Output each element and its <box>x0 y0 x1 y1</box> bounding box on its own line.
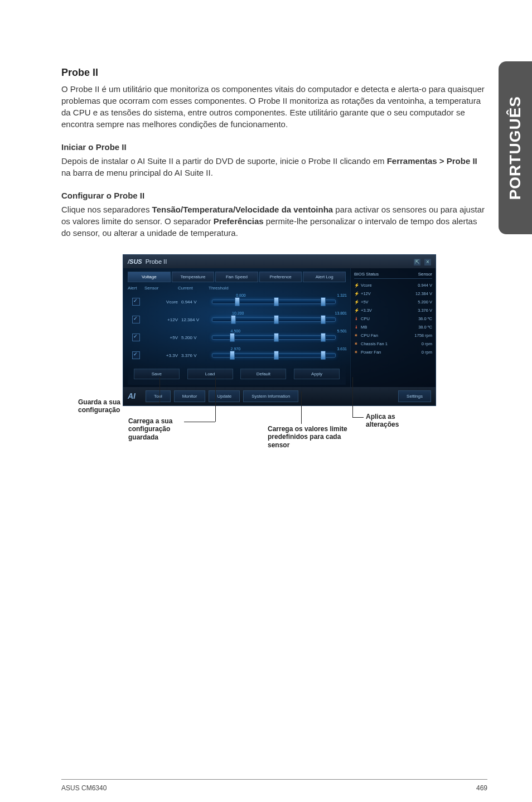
close-icon[interactable]: × <box>424 259 431 265</box>
status-name: Chassis Fan 1 <box>361 341 388 346</box>
alert-checkbox[interactable] <box>128 334 144 341</box>
col-sensor: Sensor <box>144 286 178 291</box>
tab-voltage[interactable]: Voltage <box>128 272 171 282</box>
status-icon: ⚡ <box>354 291 359 296</box>
tab-pref: Preferências <box>214 216 264 226</box>
tab-alert-log[interactable]: Alert Log <box>303 272 346 282</box>
status-value: 38.0 ºC <box>418 325 432 330</box>
footer-tool[interactable]: Tool <box>146 390 171 402</box>
threshold-slider[interactable]: 2.9703.631 <box>212 353 346 357</box>
alert-checkbox[interactable] <box>128 351 144 359</box>
status-row: 🌡MB38.0 ºC <box>354 323 432 331</box>
status-row: ⚡+5V5.200 V <box>354 298 432 306</box>
col-current: Current <box>178 286 209 291</box>
status-icon: ✷ <box>354 341 359 346</box>
alert-checkbox[interactable] <box>128 316 144 323</box>
callout-save: Guarda a sua configuração <box>78 398 142 414</box>
load-button[interactable]: Load <box>187 369 233 379</box>
status-panel: BIOS Status Sensor ⚡Vcore0.944 V⚡+12V12.… <box>350 268 436 387</box>
sensor-value: 0.944 V <box>181 299 212 305</box>
status-value: 1758 rpm <box>414 333 432 338</box>
window-title: Probe II <box>146 258 167 265</box>
threshold-slider[interactable]: 4.5005.501 <box>212 335 346 340</box>
status-icon: ✷ <box>354 333 359 338</box>
footer-bar: AI Tool Monitor Update System Informatio… <box>123 387 436 405</box>
callout-default: Carrega os valores limite predefinidos p… <box>268 425 357 449</box>
status-row: ⚡+3.3V3.376 V <box>354 306 432 315</box>
status-icon: 🌡 <box>354 325 359 330</box>
section-title-probe: Probe II <box>61 67 487 79</box>
threshold-slider[interactable]: 0.8001.321 <box>212 299 346 304</box>
section-body-probe: O Probe II é um utilitário que monitoriz… <box>61 83 487 130</box>
callout-load: Carrega a sua configuração guardada <box>128 417 190 441</box>
status-name: +12V <box>361 291 371 296</box>
sensor-value: 3.376 V <box>181 353 212 358</box>
status-icon: 🌡 <box>354 316 359 321</box>
status-value: 0.944 V <box>418 283 432 288</box>
status-value: 0 rpm <box>422 341 432 346</box>
tab-fan-speed[interactable]: Fan Speed <box>215 272 258 282</box>
status-name: +5V <box>361 299 369 305</box>
body-config: Clique nos separadores Tensão/Temperatur… <box>61 204 487 239</box>
status-row: ⚡Vcore0.944 V <box>354 281 432 289</box>
col-threshold: Threshold <box>209 286 346 291</box>
brand-logo: /SUS <box>128 258 142 265</box>
footer-settings[interactable]: Settings <box>398 390 431 402</box>
status-row: ✷Chassis Fan 10 rpm <box>354 340 432 348</box>
status-icon: ⚡ <box>354 299 359 305</box>
tab-temperature[interactable]: Temperature <box>172 272 215 282</box>
titlebar: /SUS Probe II ⇱ × <box>123 255 436 268</box>
status-head-right: Sensor <box>418 272 432 277</box>
sensor-name: +3.3V <box>144 353 181 358</box>
status-icon: ⚡ <box>354 283 359 288</box>
status-icon: ✷ <box>354 350 359 355</box>
apply-button[interactable]: Apply <box>294 369 340 379</box>
status-name: CPU Fan <box>361 333 378 338</box>
language-tab: PORTUGUÊS <box>499 61 532 234</box>
footer-model: ASUS CM6340 <box>61 784 107 792</box>
footer-update[interactable]: Update <box>209 390 240 402</box>
footer-page: 469 <box>476 784 487 792</box>
sensor-value: 5.200 V <box>181 335 212 340</box>
sensor-name: +12V <box>144 317 181 322</box>
sensor-name: +5V <box>144 335 181 340</box>
status-name: MB <box>361 325 367 330</box>
tabs-name: Tensão/Temperatura/Velocidade da ventoin… <box>152 205 333 214</box>
status-name: +3.3V <box>361 308 372 313</box>
status-row: ⚡+12V12.384 V <box>354 289 432 298</box>
status-name: Vcore <box>361 283 372 288</box>
text: Clique nos separadores <box>61 205 152 214</box>
subhead-config: Configurar o Probe II <box>61 191 487 200</box>
status-value: 0 rpm <box>422 350 432 355</box>
footer-sysinfo[interactable]: System Information <box>243 390 298 402</box>
sensor-row: +3.3V3.376 V2.9703.631 <box>128 346 346 364</box>
probe-window: /SUS Probe II ⇱ × Voltage Temperature Fa… <box>123 254 436 406</box>
subhead-start: Iniciar o Probe II <box>61 142 487 152</box>
sensor-name: Vcore <box>144 299 181 305</box>
status-value: 12.384 V <box>415 291 432 296</box>
status-value: 5.200 V <box>418 299 432 305</box>
pin-icon[interactable]: ⇱ <box>414 259 420 265</box>
sensor-row: +12V12.384 V10.20013.801 <box>128 311 346 328</box>
sensor-row: +5V5.200 V4.5005.501 <box>128 328 346 346</box>
footer-monitor[interactable]: Monitor <box>174 390 206 402</box>
status-icon: ⚡ <box>354 308 359 313</box>
status-name: Power Fan <box>361 350 381 355</box>
window-controls: ⇱ × <box>412 258 431 265</box>
tab-bar: Voltage Temperature Fan Speed Preference… <box>128 272 346 282</box>
threshold-slider[interactable]: 10.20013.801 <box>212 317 346 322</box>
status-value: 36.0 ºC <box>418 316 432 321</box>
sensor-row: Vcore0.944 V0.8001.321 <box>128 293 346 311</box>
save-button[interactable]: Save <box>134 369 180 379</box>
status-head-left: BIOS Status <box>354 272 379 277</box>
status-value: 3.376 V <box>418 308 432 313</box>
language-label: PORTUGUÊS <box>506 96 524 200</box>
alert-checkbox[interactable] <box>128 298 144 306</box>
status-row: ✷CPU Fan1758 rpm <box>354 331 432 340</box>
menu-path: Ferramentas > Probe II <box>387 156 477 166</box>
status-row: 🌡CPU36.0 ºC <box>354 315 432 323</box>
grid-header: Alert Sensor Current Threshold <box>128 284 346 293</box>
default-button[interactable]: Default <box>240 369 286 379</box>
callout-apply: Aplica as alterações <box>366 413 427 429</box>
tab-preference[interactable]: Preference <box>259 272 302 282</box>
